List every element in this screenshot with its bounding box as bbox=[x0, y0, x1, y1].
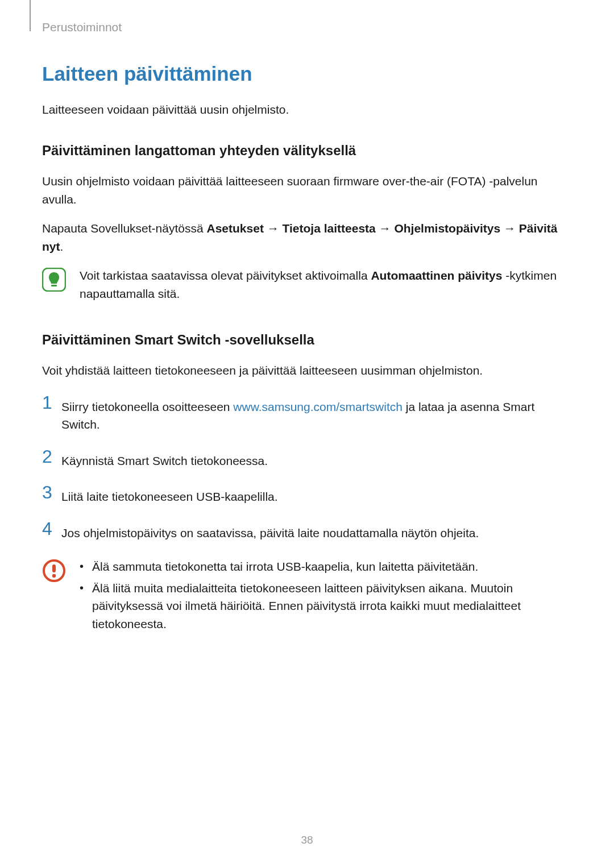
page-title: Laitteen päivittäminen bbox=[42, 63, 572, 85]
smartswitch-link[interactable]: www.samsung.com/smartswitch bbox=[233, 400, 403, 413]
warning-item-1: Älä sammuta tietokonetta tai irrota USB-… bbox=[76, 558, 572, 576]
smartswitch-description: Voit yhdistää laitteen tietokoneeseen ja… bbox=[42, 362, 572, 380]
step-text: Siirry tietokoneella osoitteeseen www.sa… bbox=[59, 396, 572, 434]
intro-text: Laitteeseen voidaan päivittää uusin ohje… bbox=[42, 101, 572, 118]
warning-icon bbox=[42, 559, 66, 585]
nav-arrow-2: → bbox=[376, 222, 395, 235]
ota-description: Uusin ohjelmisto voidaan päivittää laitt… bbox=[42, 172, 572, 208]
step-text: Liitä laite tietokoneeseen USB-kaapelill… bbox=[59, 485, 278, 506]
step-1: 1 Siirry tietokoneella osoitteeseen www.… bbox=[42, 396, 572, 434]
note-bold: Automaattinen päivitys bbox=[371, 269, 502, 282]
note-block: Voit tarkistaa saatavissa olevat päivity… bbox=[42, 267, 572, 302]
svg-point-4 bbox=[52, 574, 56, 578]
header-breadcrumb: Perustoiminnot bbox=[42, 20, 122, 34]
page-content: Laitteen päivittäminen Laitteeseen voida… bbox=[0, 0, 614, 636]
header-divider bbox=[30, 0, 31, 31]
step-4: 4 Jos ohjelmistopäivitys on saatavissa, … bbox=[42, 522, 572, 542]
warning-block: Älä sammuta tietokonetta tai irrota USB-… bbox=[42, 558, 572, 636]
note-prefix: Voit tarkistaa saatavissa olevat päivity… bbox=[80, 269, 371, 282]
warning-item-2: Älä liitä muita medialaitteita tietokone… bbox=[76, 579, 572, 633]
warning-list: Älä sammuta tietokonetta tai irrota USB-… bbox=[76, 558, 572, 636]
note-icon bbox=[42, 268, 66, 294]
nav-sw-update: Ohjelmistopäivitys bbox=[394, 222, 500, 235]
period: . bbox=[60, 240, 64, 253]
section-heading-smartswitch: Päivittäminen Smart Switch -sovelluksell… bbox=[42, 332, 572, 348]
nav-settings: Asetukset bbox=[207, 222, 264, 235]
step-number: 1 bbox=[42, 393, 59, 412]
nav-about: Tietoja laitteesta bbox=[283, 222, 376, 235]
nav-prefix: Napauta Sovellukset-näytössä bbox=[42, 222, 207, 235]
step1-prefix: Siirry tietokoneella osoitteeseen bbox=[61, 400, 233, 413]
step-3: 3 Liitä laite tietokoneeseen USB-kaapeli… bbox=[42, 485, 572, 506]
section-heading-ota: Päivittäminen langattoman yhteyden välit… bbox=[42, 143, 572, 159]
nav-arrow-1: → bbox=[264, 222, 283, 235]
page-number: 38 bbox=[0, 834, 614, 846]
nav-arrow-3: → bbox=[500, 222, 519, 235]
step-2: 2 Käynnistä Smart Switch tietokoneessa. bbox=[42, 450, 572, 470]
ota-navigation-path: Napauta Sovellukset-näytössä Asetukset →… bbox=[42, 219, 572, 255]
step-text: Jos ohjelmistopäivitys on saatavissa, pä… bbox=[59, 522, 479, 542]
step-number: 3 bbox=[42, 483, 59, 501]
note-text: Voit tarkistaa saatavissa olevat päivity… bbox=[80, 267, 572, 302]
svg-rect-1 bbox=[51, 285, 57, 286]
step-number: 2 bbox=[42, 447, 59, 466]
steps-list: 1 Siirry tietokoneella osoitteeseen www.… bbox=[42, 396, 572, 542]
step-text: Käynnistä Smart Switch tietokoneessa. bbox=[59, 450, 268, 470]
svg-rect-3 bbox=[52, 564, 56, 572]
section-smartswitch: Päivittäminen Smart Switch -sovelluksell… bbox=[42, 332, 572, 636]
step-number: 4 bbox=[42, 520, 59, 538]
